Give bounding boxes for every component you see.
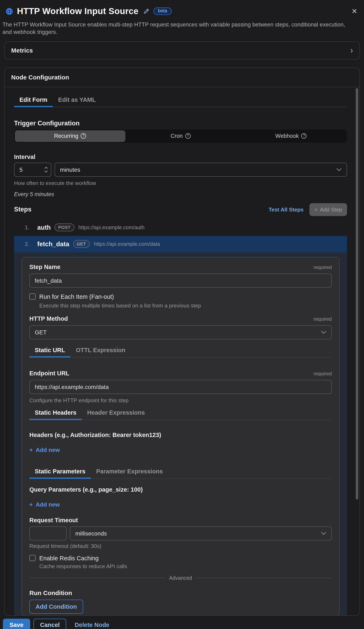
interval-unit-value: minutes xyxy=(60,166,80,173)
cancel-button[interactable]: Cancel xyxy=(33,619,66,629)
timeout-unit-value: milliseconds xyxy=(75,530,107,536)
dialog-description: The HTTP Workflow Input Source enables m… xyxy=(0,16,364,36)
step-index: 2. xyxy=(25,241,37,247)
trigger-mode-webhook[interactable]: Webhook ? xyxy=(236,130,346,142)
trigger-mode-label: Cron xyxy=(171,133,183,139)
save-button[interactable]: Save xyxy=(3,619,30,629)
add-step-button[interactable]: + Add Step xyxy=(309,203,347,216)
help-icon: ? xyxy=(81,133,86,139)
delete-node-button[interactable]: Delete Node xyxy=(75,621,110,628)
trigger-mode-label: Webhook xyxy=(275,133,299,139)
tab-ottl-expression[interactable]: OTTL Expression xyxy=(71,344,131,357)
chevron-up-icon xyxy=(44,166,48,169)
step-editor-panel: Step Name required Run for Each Item (Fa… xyxy=(21,257,340,616)
step-editor-container: Step Name required Run for Each Item (Fa… xyxy=(14,252,347,616)
test-all-steps-button[interactable]: Test All Steps xyxy=(269,206,304,212)
step-name-label: Step Name xyxy=(29,263,60,270)
step-name: fetch_data xyxy=(37,240,69,248)
add-parameter-button[interactable]: + Add new xyxy=(29,501,332,507)
trigger-mode-recurring[interactable]: Recurring ? xyxy=(15,130,125,142)
node-configuration-title: Node Configuration xyxy=(11,73,69,80)
interval-stepper[interactable] xyxy=(44,166,48,172)
fan-out-help: Execute this step multiple times based o… xyxy=(29,302,332,309)
add-condition-button[interactable]: Add Condition xyxy=(29,599,83,614)
globe-icon xyxy=(6,8,13,15)
tab-static-headers[interactable]: Static Headers xyxy=(29,407,82,419)
step-name: auth xyxy=(37,224,51,231)
timeout-help: Request timeout (default: 30s) xyxy=(29,543,332,549)
close-icon[interactable]: ✕ xyxy=(352,8,358,15)
steps-heading: Steps xyxy=(14,206,31,213)
metrics-label: Metrics xyxy=(11,47,33,54)
interval-help: How often to execute the workflow xyxy=(14,180,347,186)
steps-list: 1. auth POST https://api.example.com/aut… xyxy=(14,219,347,616)
chevron-down-icon xyxy=(44,170,48,172)
tab-static-url[interactable]: Static URL xyxy=(29,344,71,357)
step-index: 1. xyxy=(25,224,37,230)
trigger-configuration-heading: Trigger Configuration xyxy=(14,119,347,127)
interval-summary: Every 5 minutes xyxy=(14,191,347,197)
tab-edit-as-yaml[interactable]: Edit as YAML xyxy=(53,94,101,107)
chevron-down-icon xyxy=(336,168,342,171)
timeout-unit-select[interactable]: milliseconds xyxy=(70,526,332,540)
endpoint-url-label: Endpoint URL xyxy=(29,370,69,376)
timeout-value-input[interactable] xyxy=(29,526,67,540)
url-mode-tabs: Static URL OTTL Expression xyxy=(29,344,332,357)
params-mode-tabs: Static Parameters Parameter Expressions xyxy=(29,465,332,478)
dialog-header: HTTP Workflow Input Source beta ✕ xyxy=(0,0,364,16)
query-parameters-label: Query Parameters (e.g., page_size: 100) xyxy=(29,486,332,493)
metrics-section[interactable]: Metrics › xyxy=(4,41,360,59)
required-badge: required xyxy=(314,371,332,376)
beta-badge: beta xyxy=(153,7,172,15)
redis-caching-checkbox[interactable] xyxy=(29,555,36,561)
fan-out-checkbox[interactable] xyxy=(29,293,36,300)
interval-unit-select[interactable]: minutes xyxy=(55,162,347,176)
required-badge: required xyxy=(314,316,332,322)
endpoint-url-help: Configure the HTTP endpoint for this ste… xyxy=(29,397,332,403)
advanced-divider: Advanced xyxy=(29,575,332,581)
help-icon: ? xyxy=(301,133,307,139)
run-condition-heading: Run Condition xyxy=(29,589,332,596)
http-method-select[interactable]: GET xyxy=(29,325,332,339)
node-configuration-scroll-area: Edit Form Edit as YAML Trigger Configura… xyxy=(4,87,360,616)
redis-caching-label: Enable Redis Caching xyxy=(39,555,99,561)
advanced-divider-label: Advanced xyxy=(169,575,192,581)
redis-caching-checkbox-row[interactable]: Enable Redis Caching xyxy=(29,555,332,561)
method-badge: POST xyxy=(54,223,74,231)
endpoint-url-input[interactable] xyxy=(29,380,332,394)
chevron-down-icon xyxy=(321,330,326,334)
chevron-right-icon: › xyxy=(351,45,353,55)
plus-icon: + xyxy=(29,446,33,453)
redis-caching-help: Cache responses to reduce API calls xyxy=(29,563,332,569)
step-row-fetch-data[interactable]: 2. fetch_data GET https://api.example.co… xyxy=(14,236,347,252)
http-method-value: GET xyxy=(35,329,47,335)
trigger-mode-segmented-control: Recurring ? Cron ? Webhook ? xyxy=(14,129,347,143)
help-icon: ? xyxy=(185,133,190,139)
tab-static-parameters[interactable]: Static Parameters xyxy=(29,465,91,478)
headers-label: Headers (e.g., Authorization: Bearer tok… xyxy=(29,431,332,438)
step-url: https://api.example.com/auth xyxy=(78,224,144,230)
interval-label: Interval xyxy=(14,153,347,160)
tab-parameter-expressions[interactable]: Parameter Expressions xyxy=(91,465,168,478)
dialog: HTTP Workflow Input Source beta ✕ The HT… xyxy=(0,0,364,629)
dialog-footer: Save Cancel Delete Node xyxy=(0,616,364,629)
step-row-auth[interactable]: 1. auth POST https://api.example.com/aut… xyxy=(14,219,347,236)
edit-title-icon[interactable] xyxy=(143,8,149,14)
required-badge: required xyxy=(314,264,332,270)
scrollbar-thumb[interactable] xyxy=(356,88,358,499)
plus-icon: + xyxy=(314,206,317,212)
add-header-button[interactable]: + Add new xyxy=(29,446,332,453)
node-configuration-card: Node Configuration Edit Form Edit as YAM… xyxy=(4,67,360,616)
http-method-label: HTTP Method xyxy=(29,315,68,322)
tab-edit-form[interactable]: Edit Form xyxy=(14,94,53,107)
fan-out-label: Run for Each Item (Fan-out) xyxy=(39,293,114,300)
step-name-input[interactable] xyxy=(29,273,332,287)
node-configuration-header: Node Configuration xyxy=(4,68,360,87)
steps-header: Steps Test All Steps + Add Step xyxy=(14,203,347,216)
step-url: https://api.example.com/data xyxy=(94,241,160,247)
tab-header-expressions[interactable]: Header Expressions xyxy=(82,407,150,419)
edit-mode-tabs: Edit Form Edit as YAML xyxy=(14,94,347,107)
trigger-mode-cron[interactable]: Cron ? xyxy=(125,130,236,142)
chevron-down-icon xyxy=(321,532,326,535)
fan-out-checkbox-row[interactable]: Run for Each Item (Fan-out) xyxy=(29,293,332,300)
